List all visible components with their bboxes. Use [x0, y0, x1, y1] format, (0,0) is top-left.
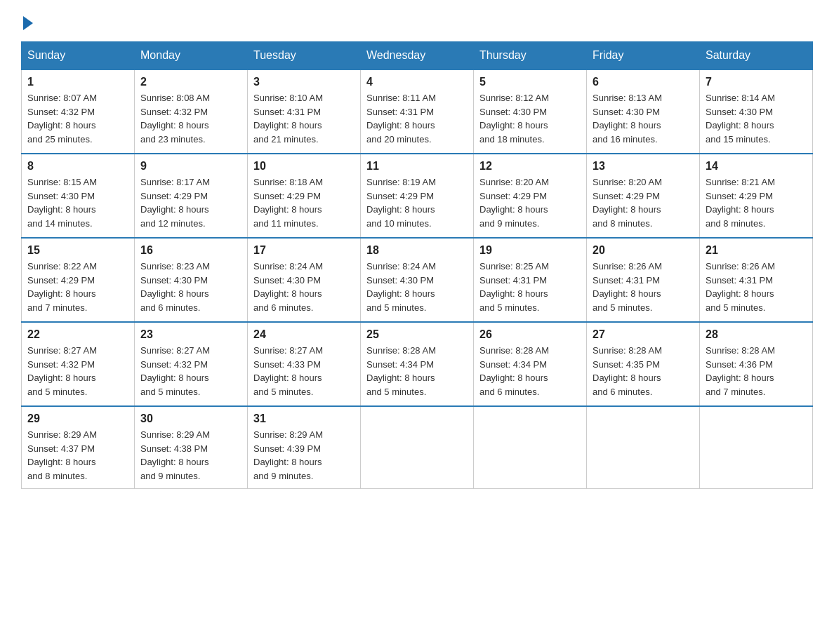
day-detail: Sunrise: 8:28 AM Sunset: 4:35 PM Dayligh…	[593, 344, 694, 398]
day-number: 18	[366, 244, 468, 257]
day-cell: 27Sunrise: 8:28 AM Sunset: 4:35 PM Dayli…	[587, 322, 700, 406]
day-number: 11	[366, 160, 468, 173]
logo	[21, 14, 33, 27]
day-number: 22	[27, 328, 128, 341]
day-cell: 19Sunrise: 8:25 AM Sunset: 4:31 PM Dayli…	[474, 238, 587, 322]
day-number: 5	[479, 76, 581, 88]
day-number: 30	[140, 412, 241, 425]
day-cell: 1Sunrise: 8:07 AM Sunset: 4:32 PM Daylig…	[22, 69, 135, 154]
calendar-body: 1Sunrise: 8:07 AM Sunset: 4:32 PM Daylig…	[22, 69, 813, 489]
day-number: 29	[27, 412, 128, 425]
day-number: 10	[253, 160, 355, 173]
day-detail: Sunrise: 8:26 AM Sunset: 4:31 PM Dayligh…	[706, 260, 807, 314]
day-number: 12	[479, 160, 581, 173]
day-number: 13	[593, 160, 694, 173]
day-number: 14	[706, 160, 807, 173]
day-detail: Sunrise: 8:19 AM Sunset: 4:29 PM Dayligh…	[366, 175, 468, 230]
day-detail: Sunrise: 8:27 AM Sunset: 4:32 PM Dayligh…	[27, 344, 128, 398]
day-cell: 12Sunrise: 8:20 AM Sunset: 4:29 PM Dayli…	[474, 154, 587, 238]
header-tuesday: Tuesday	[248, 42, 361, 70]
day-number: 3	[253, 76, 355, 88]
day-detail: Sunrise: 8:14 AM Sunset: 4:30 PM Dayligh…	[706, 91, 807, 146]
page-header	[21, 14, 813, 27]
day-detail: Sunrise: 8:28 AM Sunset: 4:34 PM Dayligh…	[479, 344, 581, 398]
day-cell: 22Sunrise: 8:27 AM Sunset: 4:32 PM Dayli…	[22, 322, 135, 406]
day-number: 20	[593, 244, 694, 257]
header-saturday: Saturday	[700, 42, 813, 70]
day-number: 2	[140, 76, 241, 88]
day-cell: 8Sunrise: 8:15 AM Sunset: 4:30 PM Daylig…	[22, 154, 135, 238]
day-cell: 9Sunrise: 8:17 AM Sunset: 4:29 PM Daylig…	[135, 154, 248, 238]
day-cell: 11Sunrise: 8:19 AM Sunset: 4:29 PM Dayli…	[361, 154, 474, 238]
day-cell: 21Sunrise: 8:26 AM Sunset: 4:31 PM Dayli…	[700, 238, 813, 322]
day-cell: 31Sunrise: 8:29 AM Sunset: 4:39 PM Dayli…	[248, 406, 361, 489]
week-row-1: 1Sunrise: 8:07 AM Sunset: 4:32 PM Daylig…	[22, 69, 813, 154]
day-detail: Sunrise: 8:29 AM Sunset: 4:38 PM Dayligh…	[140, 428, 241, 483]
day-cell: 4Sunrise: 8:11 AM Sunset: 4:31 PM Daylig…	[361, 69, 474, 154]
day-cell: 20Sunrise: 8:26 AM Sunset: 4:31 PM Dayli…	[587, 238, 700, 322]
day-detail: Sunrise: 8:26 AM Sunset: 4:31 PM Dayligh…	[593, 260, 694, 314]
header-monday: Monday	[135, 42, 248, 70]
header-friday: Friday	[587, 42, 700, 70]
day-cell: 10Sunrise: 8:18 AM Sunset: 4:29 PM Dayli…	[248, 154, 361, 238]
day-number: 1	[27, 76, 128, 88]
day-number: 15	[27, 244, 128, 257]
day-cell: 17Sunrise: 8:24 AM Sunset: 4:30 PM Dayli…	[248, 238, 361, 322]
day-number: 25	[366, 328, 468, 341]
calendar-header: SundayMondayTuesdayWednesdayThursdayFrid…	[22, 42, 813, 70]
day-detail: Sunrise: 8:24 AM Sunset: 4:30 PM Dayligh…	[253, 260, 355, 314]
calendar-table: SundayMondayTuesdayWednesdayThursdayFrid…	[21, 41, 813, 489]
day-cell	[361, 406, 474, 489]
day-detail: Sunrise: 8:22 AM Sunset: 4:29 PM Dayligh…	[27, 260, 128, 314]
day-detail: Sunrise: 8:21 AM Sunset: 4:29 PM Dayligh…	[706, 175, 807, 230]
day-detail: Sunrise: 8:29 AM Sunset: 4:39 PM Dayligh…	[253, 428, 355, 483]
day-number: 7	[706, 76, 807, 88]
day-number: 6	[593, 76, 694, 88]
day-number: 24	[253, 328, 355, 341]
day-detail: Sunrise: 8:13 AM Sunset: 4:30 PM Dayligh…	[593, 91, 694, 146]
logo-arrow-icon	[23, 16, 33, 30]
day-cell: 25Sunrise: 8:28 AM Sunset: 4:34 PM Dayli…	[361, 322, 474, 406]
day-cell: 3Sunrise: 8:10 AM Sunset: 4:31 PM Daylig…	[248, 69, 361, 154]
day-cell: 29Sunrise: 8:29 AM Sunset: 4:37 PM Dayli…	[22, 406, 135, 489]
day-detail: Sunrise: 8:15 AM Sunset: 4:30 PM Dayligh…	[27, 175, 128, 230]
day-number: 9	[140, 160, 241, 173]
day-cell: 30Sunrise: 8:29 AM Sunset: 4:38 PM Dayli…	[135, 406, 248, 489]
day-number: 21	[706, 244, 807, 257]
day-cell: 28Sunrise: 8:28 AM Sunset: 4:36 PM Dayli…	[700, 322, 813, 406]
day-cell: 5Sunrise: 8:12 AM Sunset: 4:30 PM Daylig…	[474, 69, 587, 154]
day-detail: Sunrise: 8:28 AM Sunset: 4:34 PM Dayligh…	[366, 344, 468, 398]
day-number: 26	[479, 328, 581, 341]
day-cell: 6Sunrise: 8:13 AM Sunset: 4:30 PM Daylig…	[587, 69, 700, 154]
day-number: 16	[140, 244, 241, 257]
day-detail: Sunrise: 8:20 AM Sunset: 4:29 PM Dayligh…	[479, 175, 581, 230]
day-cell	[700, 406, 813, 489]
day-cell	[474, 406, 587, 489]
week-row-3: 15Sunrise: 8:22 AM Sunset: 4:29 PM Dayli…	[22, 238, 813, 322]
week-row-2: 8Sunrise: 8:15 AM Sunset: 4:30 PM Daylig…	[22, 154, 813, 238]
day-number: 31	[253, 412, 355, 425]
header-row: SundayMondayTuesdayWednesdayThursdayFrid…	[22, 42, 813, 70]
day-cell: 14Sunrise: 8:21 AM Sunset: 4:29 PM Dayli…	[700, 154, 813, 238]
day-detail: Sunrise: 8:17 AM Sunset: 4:29 PM Dayligh…	[140, 175, 241, 230]
day-number: 4	[366, 76, 468, 88]
day-cell: 18Sunrise: 8:24 AM Sunset: 4:30 PM Dayli…	[361, 238, 474, 322]
header-thursday: Thursday	[474, 42, 587, 70]
day-cell: 23Sunrise: 8:27 AM Sunset: 4:32 PM Dayli…	[135, 322, 248, 406]
day-cell: 13Sunrise: 8:20 AM Sunset: 4:29 PM Dayli…	[587, 154, 700, 238]
day-detail: Sunrise: 8:20 AM Sunset: 4:29 PM Dayligh…	[593, 175, 694, 230]
day-cell: 15Sunrise: 8:22 AM Sunset: 4:29 PM Dayli…	[22, 238, 135, 322]
day-cell: 26Sunrise: 8:28 AM Sunset: 4:34 PM Dayli…	[474, 322, 587, 406]
day-detail: Sunrise: 8:25 AM Sunset: 4:31 PM Dayligh…	[479, 260, 581, 314]
day-detail: Sunrise: 8:29 AM Sunset: 4:37 PM Dayligh…	[27, 428, 128, 483]
day-detail: Sunrise: 8:18 AM Sunset: 4:29 PM Dayligh…	[253, 175, 355, 230]
header-wednesday: Wednesday	[361, 42, 474, 70]
day-number: 8	[27, 160, 128, 173]
day-cell: 16Sunrise: 8:23 AM Sunset: 4:30 PM Dayli…	[135, 238, 248, 322]
day-detail: Sunrise: 8:11 AM Sunset: 4:31 PM Dayligh…	[366, 91, 468, 146]
day-detail: Sunrise: 8:27 AM Sunset: 4:32 PM Dayligh…	[140, 344, 241, 398]
day-number: 23	[140, 328, 241, 341]
day-cell	[587, 406, 700, 489]
day-detail: Sunrise: 8:08 AM Sunset: 4:32 PM Dayligh…	[140, 91, 241, 146]
day-number: 17	[253, 244, 355, 257]
